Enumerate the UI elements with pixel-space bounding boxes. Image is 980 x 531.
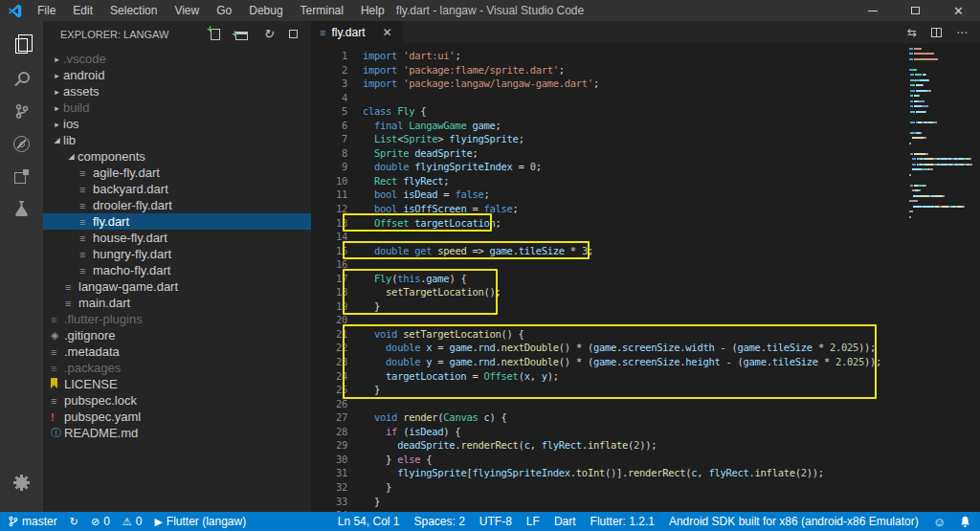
tree-item-label: ios	[63, 117, 79, 131]
tab-fly-dart[interactable]: ≡ fly.dart ✕	[311, 21, 403, 43]
collapse-all-icon[interactable]	[289, 30, 298, 38]
tree-item-fly-dart[interactable]: ≡fly.dart	[43, 213, 311, 230]
tree-item-main-dart[interactable]: ≡main.dart	[43, 295, 311, 311]
restore-button[interactable]	[894, 0, 937, 21]
code-line	[363, 313, 881, 327]
code-line: Offset targetLocation;	[363, 216, 881, 231]
test-icon[interactable]	[0, 192, 43, 225]
feedback-smiley-icon: ☺	[933, 517, 946, 527]
status-warnings[interactable]: ⚠0	[122, 515, 143, 528]
file-type-icon: ≡	[79, 249, 93, 260]
code-line: import 'package:langaw/langaw-game.dart'…	[363, 77, 881, 91]
close-button[interactable]: ✕	[937, 0, 980, 21]
code-line: setTargetLocation();	[363, 285, 881, 299]
status-flutter-1-2-1[interactable]: Flutter: 1.2.1	[590, 515, 655, 528]
tree-item-readme-md[interactable]: ⓘREADME.md	[43, 425, 311, 441]
status-label: Flutter (langaw)	[167, 515, 246, 528]
tree-item-label: backyard.dart	[93, 182, 168, 196]
tree-item-drooler-fly-dart[interactable]: ≡drooler-fly.dart	[43, 197, 311, 213]
file-type-icon: ≡	[79, 184, 93, 195]
status-spaces-2[interactable]: Spaces: 2	[413, 515, 464, 528]
menu-debug[interactable]: Debug	[240, 0, 291, 21]
search-icon[interactable]	[0, 62, 43, 95]
tree-item-label: main.dart	[78, 296, 130, 310]
status-utf-8[interactable]: UTF-8	[479, 515, 512, 528]
menu-help[interactable]: Help	[352, 0, 393, 21]
file-type-icon: ≡	[79, 200, 93, 211]
status-dart[interactable]: Dart	[554, 515, 576, 528]
minimize-button[interactable]	[851, 0, 894, 21]
refresh-icon[interactable]: ↻	[263, 28, 274, 40]
source-control-icon[interactable]	[0, 95, 43, 127]
file-type-icon: ≡	[65, 298, 78, 309]
status-play[interactable]: ▶Flutter (langaw)	[154, 515, 246, 528]
tree-item-label: house-fly.dart	[93, 231, 167, 245]
tree-item-build[interactable]: ▸build	[43, 100, 311, 116]
status-bell[interactable]	[960, 516, 970, 528]
tree-item-label: langaw-game.dart	[78, 279, 178, 294]
status-git-branch[interactable]: master	[9, 515, 57, 528]
tree-item--metadata[interactable]: ≡.metadata	[43, 343, 311, 360]
tree-item-ios[interactable]: ▸ios	[43, 116, 311, 132]
tree-item-license[interactable]: LICENSE	[43, 376, 311, 392]
explorer-header: EXPLORER: LANGAW ↻	[43, 21, 311, 47]
menu-selection[interactable]: Selection	[101, 0, 166, 21]
chevron-collapsed-icon: ▸	[51, 71, 63, 80]
status-label: LF	[526, 515, 540, 528]
tree-item--flutter-plugins[interactable]: ≡.flutter-plugins	[43, 311, 311, 327]
code-content[interactable]: import 'dart:ui';import 'package:flame/s…	[347, 43, 881, 512]
file-type-icon: ≡	[79, 232, 93, 244]
status-label: Flutter: 1.2.1	[590, 515, 655, 528]
file-type-icon: !	[51, 411, 64, 423]
line-numbers[interactable]: 1234567891011121314151617181920212223242…	[311, 43, 347, 512]
extensions-icon[interactable]	[0, 160, 43, 192]
menu-edit[interactable]: Edit	[64, 0, 101, 21]
status-lf[interactable]: LF	[526, 515, 540, 528]
tree-item-hungry-fly-dart[interactable]: ≡hungry-fly.dart	[43, 246, 311, 262]
tree-item-backyard-dart[interactable]: ≡backyard.dart	[43, 181, 311, 197]
status-errors[interactable]: ⊘0	[91, 515, 110, 528]
tab-bar: ≡ fly.dart ✕ ⇆ ⋯	[311, 21, 980, 43]
tree-item-label: .gitignore	[64, 328, 115, 343]
tree-item-label: drooler-fly.dart	[93, 198, 172, 212]
tree-item--packages[interactable]: ≡.packages	[43, 360, 311, 376]
tree-item-label: .packages	[64, 361, 121, 375]
tree-item-android[interactable]: ▸android	[43, 67, 311, 83]
status-feedback-smiley[interactable]: ☺	[933, 517, 946, 527]
tree-item-macho-fly-dart[interactable]: ≡macho-fly.dart	[43, 262, 311, 278]
tab-close-icon[interactable]: ✕	[383, 26, 392, 39]
new-file-icon[interactable]	[211, 29, 220, 40]
tree-item-lib[interactable]: ◢lib	[43, 132, 311, 148]
menu-view[interactable]: View	[166, 0, 208, 21]
settings-gear-icon[interactable]	[0, 466, 43, 498]
tree-item-label: agile-fly.dart	[93, 166, 160, 180]
menu-bar: FileEditSelectionViewGoDebugTerminalHelp	[29, 0, 393, 21]
split-editor-icon[interactable]	[931, 28, 942, 37]
tree-item--gitignore[interactable]: ◈.gitignore	[43, 327, 311, 343]
tree-item-pubspec-yaml[interactable]: !pubspec.yaml	[43, 409, 311, 425]
tree-item-assets[interactable]: ▸assets	[43, 83, 311, 100]
new-folder-icon[interactable]	[235, 32, 248, 40]
open-changes-icon[interactable]: ⇆	[907, 26, 917, 39]
status-ln-54-col-1[interactable]: Ln 54, Col 1	[338, 515, 400, 528]
tree-item-langaw-game-dart[interactable]: ≡langaw-game.dart	[43, 278, 311, 295]
minimap[interactable]	[909, 45, 978, 225]
chevron-collapsed-icon: ▸	[51, 87, 63, 97]
explorer-icon[interactable]	[0, 30, 43, 62]
more-actions-icon[interactable]: ⋯	[956, 26, 968, 39]
tree-item-components[interactable]: ◢components	[43, 148, 311, 165]
tree-item-house-fly-dart[interactable]: ≡house-fly.dart	[43, 230, 311, 246]
tree-item-pubspec-lock[interactable]: ≡pubspec.lock	[43, 392, 311, 409]
tree-item-agile-fly-dart[interactable]: ≡agile-fly.dart	[43, 165, 311, 181]
file-type-icon: ≡	[65, 281, 78, 293]
file-type-icon: ≡	[79, 216, 93, 228]
code-editor[interactable]: 1234567891011121314151617181920212223242…	[311, 43, 980, 512]
status-android-sdk-built-for-x86-android-x86-emulator-[interactable]: Android SDK built for x86 (android-x86 E…	[669, 515, 919, 528]
code-line: class Fly {	[363, 104, 881, 119]
status-sync[interactable]: ↻	[70, 517, 78, 527]
menu-terminal[interactable]: Terminal	[292, 0, 352, 21]
menu-file[interactable]: File	[29, 0, 64, 21]
debug-icon[interactable]	[0, 127, 43, 160]
tree-item--vscode[interactable]: ▸.vscode	[43, 51, 311, 67]
menu-go[interactable]: Go	[208, 0, 240, 21]
